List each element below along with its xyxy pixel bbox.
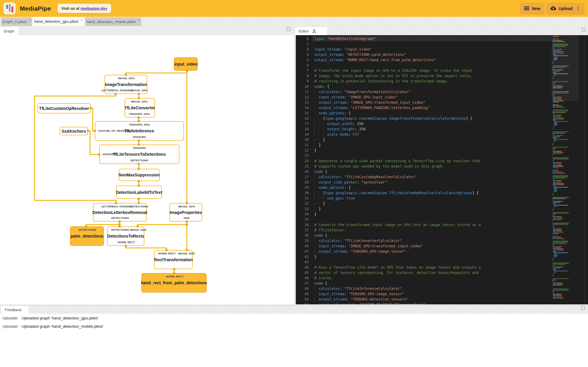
code-line-6: 6 bbox=[296, 63, 551, 68]
minimap-slider[interactable] bbox=[551, 35, 579, 101]
code-line-49: 49 input_stream: "TENSORS_GPU:image_tens… bbox=[296, 291, 551, 297]
graph-node-palm_detections[interactable]: DETECTIONSpalm_detections bbox=[70, 226, 104, 246]
minimap-line bbox=[553, 158, 569, 159]
graph-node-TfLiteConverter[interactable]: IMAGE_GPUTENSORS_GPUTfLiteConverter bbox=[125, 98, 155, 118]
close-tab-icon[interactable]: × bbox=[81, 18, 83, 22]
minimap-line bbox=[553, 187, 568, 188]
minimap-line bbox=[554, 168, 559, 168]
feedback-message: Uploaded graph 'hand_detection_gpu.pbtxt… bbox=[22, 316, 98, 320]
minimap-line bbox=[556, 294, 561, 295]
feedback-row: Uploader Uploaded graph 'hand_detection_… bbox=[0, 316, 588, 324]
code-line-21: 21 } bbox=[296, 142, 551, 148]
minimap-line bbox=[556, 283, 564, 284]
kebab-menu-icon[interactable]: ⋮ bbox=[576, 6, 580, 11]
code-line-35: 35 bbox=[296, 217, 551, 222]
minimap-line bbox=[553, 184, 556, 185]
node-title: DetectionLabelIdToText bbox=[116, 190, 162, 195]
code-line-40: 40 input_stream: "IMAGE_GPU:transformed_… bbox=[296, 243, 551, 249]
tab-graph-panel[interactable]: Graph bbox=[0, 27, 18, 35]
minimap-line bbox=[556, 173, 565, 173]
minimap-line bbox=[553, 160, 554, 161]
minimap-line bbox=[553, 242, 568, 243]
minimap-line bbox=[553, 246, 555, 247]
graph-node-hand_rect_from_palm_detections[interactable]: NORM_RECThand_rect_from_palm_detections bbox=[141, 273, 207, 293]
graph-node-input_video[interactable]: input_video bbox=[174, 57, 198, 71]
minimap-line bbox=[556, 104, 558, 105]
minimap-line bbox=[553, 162, 555, 163]
minimap-line bbox=[556, 236, 558, 237]
minimap-line bbox=[553, 126, 554, 127]
tab-label: hand_detection_mobile.pbtxt bbox=[86, 20, 135, 24]
minimap-line bbox=[554, 125, 557, 126]
graph-node-ImageProperties[interactable]: IMAGE_GPUSIZEImageProperties bbox=[169, 203, 202, 222]
minimap-line bbox=[553, 298, 557, 298]
minimap-line bbox=[553, 216, 555, 217]
upload-button[interactable]: Upload ⋮ bbox=[546, 3, 584, 14]
code-line-9: 9# resulting in potential letterboxing i… bbox=[296, 79, 551, 84]
minimap-line bbox=[556, 228, 561, 229]
minimap-line bbox=[553, 186, 556, 186]
node-title: input_video bbox=[174, 62, 197, 66]
code-line-2: 2 bbox=[296, 41, 551, 47]
minimap-line bbox=[553, 276, 553, 277]
tab-hand-detection-mobile-pbtxt[interactable]: hand_detection_mobile.pbtxt × bbox=[85, 17, 141, 26]
minimap-line bbox=[553, 120, 556, 121]
minimap-line bbox=[556, 135, 563, 136]
feedback-popout-icon[interactable] bbox=[581, 306, 585, 310]
code-line-5: 5output_stream: "NORM_RECT:hand_rect_fro… bbox=[296, 57, 551, 63]
minimap-line bbox=[553, 134, 554, 135]
tab-graph-0-pbtxt[interactable]: Graph_0.pbtxt × bbox=[1, 17, 32, 26]
graph-node-TfLiteTensorsToDetections[interactable]: TENSORSDETECTIONSANCHORSTfLiteTensorsToD… bbox=[99, 144, 179, 164]
close-tab-icon[interactable]: × bbox=[29, 19, 31, 23]
port-label-tensors: TENSORS bbox=[133, 147, 146, 150]
tab-hand-detection-gpu-pbtxt[interactable]: hand_detection_gpu.pbtxt × bbox=[32, 17, 84, 26]
minimap-line bbox=[556, 230, 562, 231]
minimap-line bbox=[553, 241, 568, 242]
graph-node-DetectionsToRects[interactable]: DETECTIONSIMAGE_SIZENORM_RECTDetectionsT… bbox=[107, 226, 144, 246]
minimap-line bbox=[553, 247, 556, 248]
graph-popout-icon[interactable] bbox=[287, 27, 290, 31]
tab-feedback-panel[interactable]: Feedback bbox=[1, 306, 29, 314]
minimap-line bbox=[557, 298, 564, 298]
minimap-line bbox=[553, 168, 554, 168]
editor-popout-icon[interactable] bbox=[582, 28, 585, 31]
graph-node-TfLiteInference[interactable]: TENSORS_GPUTENSORSCUSTOM_OP_RESOLVERTfLi… bbox=[95, 121, 184, 141]
node-title: ImageProperties bbox=[170, 210, 202, 215]
new-button[interactable]: New bbox=[520, 3, 545, 14]
minimap-line bbox=[553, 193, 553, 194]
code-line-33: 33 } bbox=[296, 206, 551, 212]
graph-node-SsdAnchors[interactable]: SsdAnchors bbox=[60, 127, 88, 135]
mediapipe-dev-link[interactable]: mediapipe.dev bbox=[81, 6, 107, 11]
port-label-detections: DETECTIONS bbox=[79, 228, 96, 231]
close-tab-icon[interactable]: × bbox=[138, 19, 140, 23]
minimap-line bbox=[553, 269, 556, 270]
tab-editor-panel[interactable]: Editor bbox=[295, 27, 327, 35]
minimap-line bbox=[553, 153, 556, 154]
minimap-line bbox=[553, 112, 566, 113]
graph-canvas[interactable]: input_videoIMAGE_GPULETTERBOX_PADDINGIMA… bbox=[0, 35, 294, 304]
port-label-norm_rect: NORM_RECT bbox=[118, 241, 135, 244]
code-editor[interactable]: 1type: "HandDetectionSubgraph"23input_st… bbox=[296, 35, 588, 304]
graph-node-NonMaxSuppression[interactable]: NonMaxSuppression bbox=[119, 169, 160, 181]
minimap-line bbox=[553, 176, 568, 177]
minimap-line bbox=[556, 180, 562, 181]
graph-node-RectTransformation[interactable]: NORM_RECTIMAGE_SIZERectTransformation bbox=[154, 250, 193, 269]
code-line-30: 30 [type.googleapis.com/mediapipe.TfLite… bbox=[296, 190, 551, 196]
visit-text: Visit us at bbox=[61, 6, 79, 11]
visit-pill: Visit us at mediapipe.dev bbox=[58, 4, 111, 13]
minimap-line bbox=[553, 227, 554, 228]
graph-node-DetectionLetterboxRemoval[interactable]: LETTERBOX_PADDINGDETECTIONSDETECTIONSDet… bbox=[93, 203, 147, 222]
graph-node-TfLiteCustomOpResolver[interactable]: TfLiteCustomOpResolver bbox=[37, 103, 91, 113]
minimap-line bbox=[553, 131, 569, 132]
download-icon[interactable] bbox=[312, 29, 317, 34]
graph-node-ImageTransformation[interactable]: IMAGE_GPULETTERBOX_PADDINGIMAGE_GPUImage… bbox=[104, 75, 147, 94]
minimap-line bbox=[553, 155, 553, 155]
editor-tab-label: Editor bbox=[299, 29, 309, 33]
minimap-line bbox=[554, 272, 556, 273]
minimap-line bbox=[553, 290, 569, 291]
graph-node-DetectionLabelIdToText[interactable]: DetectionLabelIdToText bbox=[116, 186, 162, 199]
minimap-line bbox=[553, 194, 553, 195]
minimap-line bbox=[556, 247, 561, 248]
minimap-line bbox=[553, 116, 556, 117]
minimap-line bbox=[553, 296, 556, 297]
